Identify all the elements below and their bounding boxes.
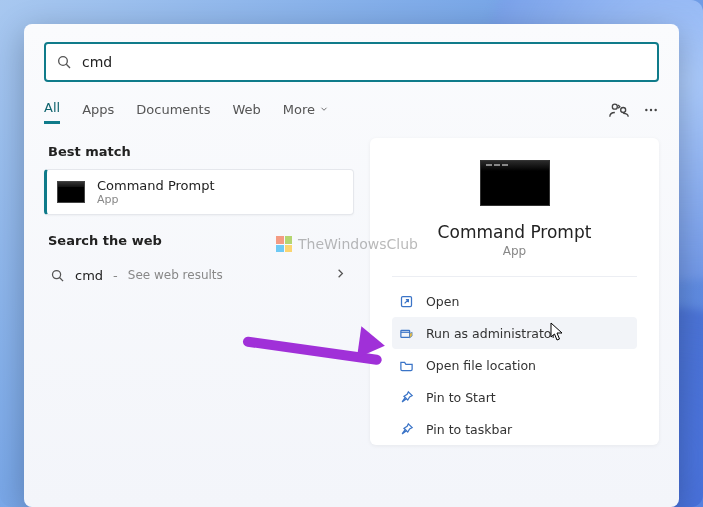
search-icon [56,54,72,70]
shield-admin-icon [398,325,414,341]
result-title: Command Prompt [97,178,215,193]
svg-line-8 [60,277,63,280]
divider [392,276,637,277]
svg-rect-10 [400,330,409,337]
action-open[interactable]: Open [392,285,637,317]
chevron-down-icon [319,104,329,114]
folder-icon [398,357,414,373]
action-pin-to-start[interactable]: Pin to Start [392,381,637,413]
command-prompt-icon [57,181,85,203]
svg-point-2 [612,104,617,109]
tab-all[interactable]: All [44,100,60,124]
svg-point-3 [621,108,626,113]
details-actions: Open Run as administrator Open file loca… [392,285,637,445]
filter-tabs: All Apps Documents Web More [44,100,329,124]
chevron-right-icon [333,266,348,284]
more-options-icon[interactable] [643,102,659,122]
pin-icon [398,421,414,437]
details-title: Command Prompt [392,222,637,242]
svg-point-6 [654,109,656,111]
svg-point-0 [59,57,68,66]
search-icon [50,268,65,283]
action-label: Run as administrator [426,326,557,341]
search-web-heading: Search the web [48,233,354,248]
action-label: Pin to taskbar [426,422,512,437]
action-run-as-administrator[interactable]: Run as administrator [392,317,637,349]
web-hint: See web results [128,268,223,282]
web-term: cmd [75,268,103,283]
best-match-heading: Best match [48,144,354,159]
account-switch-icon[interactable] [609,102,629,122]
tab-documents[interactable]: Documents [136,100,210,124]
start-search-panel: All Apps Documents Web More Best match [24,24,679,507]
best-match-result[interactable]: Command Prompt App [44,169,354,215]
results-column: Best match Command Prompt App Search the… [44,138,354,445]
pin-icon [398,389,414,405]
action-pin-to-taskbar[interactable]: Pin to taskbar [392,413,637,445]
tab-apps[interactable]: Apps [82,100,114,124]
svg-line-1 [66,64,70,68]
details-pane: Command Prompt App Open Run as administr… [370,138,659,445]
command-prompt-icon [480,160,550,206]
svg-point-5 [650,109,652,111]
svg-point-7 [53,270,61,278]
action-open-file-location[interactable]: Open file location [392,349,637,381]
details-subtitle: App [392,244,637,258]
tab-more[interactable]: More [283,100,329,124]
open-icon [398,293,414,309]
action-label: Pin to Start [426,390,496,405]
filter-tabs-row: All Apps Documents Web More [44,100,659,124]
tab-web[interactable]: Web [232,100,260,124]
search-box[interactable] [44,42,659,82]
action-label: Open [426,294,459,309]
svg-point-4 [645,109,647,111]
search-input[interactable] [82,54,647,70]
web-result-row[interactable]: cmd - See web results [44,258,354,292]
tab-more-label: More [283,102,315,117]
action-label: Open file location [426,358,536,373]
web-separator: - [113,268,118,283]
result-subtitle: App [97,193,215,206]
